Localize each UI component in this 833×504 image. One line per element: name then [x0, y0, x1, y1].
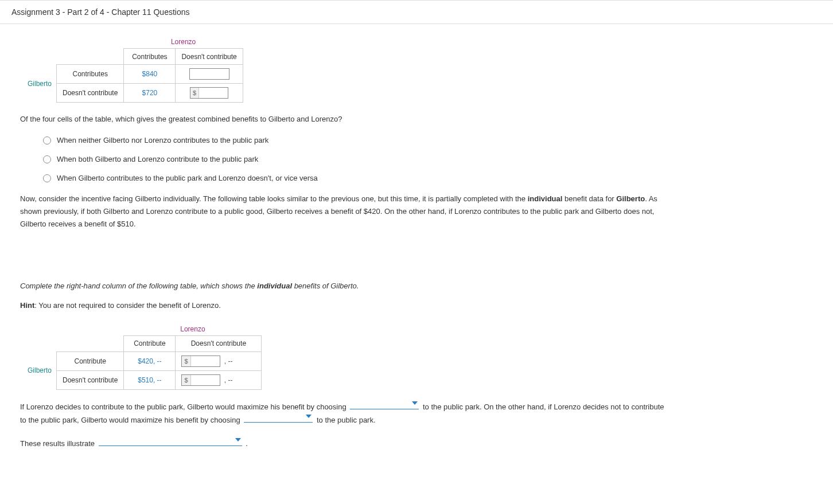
cell-value: $840 [124, 65, 176, 84]
radio-icon [43, 155, 51, 163]
cell-input: $ [176, 84, 243, 103]
row-player-label: Gilberto [23, 351, 57, 389]
hint-text: Hint: You are not required to consider t… [20, 299, 668, 312]
cell-input [176, 65, 243, 84]
row-player-label: Gilberto [23, 65, 57, 103]
payoff-input-r1c2[interactable] [191, 356, 220, 366]
question-prompt: Of the four cells of the table, which gi… [20, 113, 668, 126]
fill-paragraph: If Lorenzo decides to contribute to the … [20, 400, 668, 427]
col-player-label: Lorenzo [124, 323, 262, 336]
page-title: Assignment 3 - Part 2 of 4 - Chapter 11 … [11, 7, 190, 17]
payoff-input-r2c2[interactable] [199, 88, 228, 98]
radio-icon [43, 174, 51, 182]
dollar-input-wrap: $ [181, 355, 220, 367]
payoff-table-2: Lorenzo Contribute Doesn't contribute Gi… [23, 323, 262, 390]
cell-value: $510, -- [124, 370, 176, 389]
radio-icon [43, 136, 51, 144]
explanation-paragraph: Now, consider the incentive facing Gilbe… [20, 193, 668, 230]
payoff-input-r2c2[interactable] [191, 375, 220, 385]
row-header: Doesn't contribute [57, 370, 124, 389]
choice-dropdown-3[interactable] [99, 437, 242, 446]
cell-suffix: , -- [224, 376, 233, 384]
chevron-down-icon [235, 438, 241, 442]
payoff-table-1: Lorenzo Contributes Doesn't contribute G… [23, 36, 243, 103]
col-player-label: Lorenzo [124, 36, 243, 49]
cell-input: $ , -- [176, 351, 262, 370]
option-item[interactable]: When Gilberto contributes to the public … [43, 174, 668, 182]
cell-input: $ , -- [176, 370, 262, 389]
col-header: Contributes [124, 49, 176, 65]
dollar-sign-icon: $ [190, 88, 199, 98]
main-content: Lorenzo Contributes Doesn't contribute G… [0, 24, 688, 472]
option-label: When Gilberto contributes to the public … [57, 174, 318, 182]
dollar-sign-icon: $ [182, 356, 190, 366]
instruction-text: Complete the right-hand column of the fo… [20, 280, 668, 292]
cell-value: $420, -- [124, 351, 176, 370]
payoff-input-r1c2[interactable] [189, 68, 229, 80]
col-header: Contribute [124, 335, 176, 351]
dollar-sign-icon: $ [182, 375, 190, 385]
choice-dropdown-2[interactable] [244, 413, 313, 423]
cell-suffix: , -- [224, 357, 233, 365]
fill-paragraph-2: These results illustrate . [20, 437, 668, 450]
row-header: Contribute [57, 351, 124, 370]
chevron-down-icon [412, 401, 418, 405]
col-header: Doesn't contribute [176, 49, 243, 65]
cell-value: $720 [124, 84, 176, 103]
chevron-down-icon [306, 415, 312, 418]
option-item[interactable]: When neither Gilberto nor Lorenzo contri… [43, 136, 668, 144]
dollar-input-wrap: $ [190, 87, 228, 99]
dollar-input-wrap: $ [181, 374, 220, 386]
row-header: Doesn't contribute [57, 84, 124, 103]
page-header: Assignment 3 - Part 2 of 4 - Chapter 11 … [0, 0, 833, 24]
choice-dropdown-1[interactable] [350, 400, 419, 409]
option-label: When both Gilberto and Lorenzo contribut… [57, 155, 258, 163]
row-header: Contributes [57, 65, 124, 84]
col-header: Doesn't contribute [176, 335, 262, 351]
option-item[interactable]: When both Gilberto and Lorenzo contribut… [43, 155, 668, 163]
option-label: When neither Gilberto nor Lorenzo contri… [57, 136, 268, 144]
options-group: When neither Gilberto nor Lorenzo contri… [43, 136, 668, 182]
